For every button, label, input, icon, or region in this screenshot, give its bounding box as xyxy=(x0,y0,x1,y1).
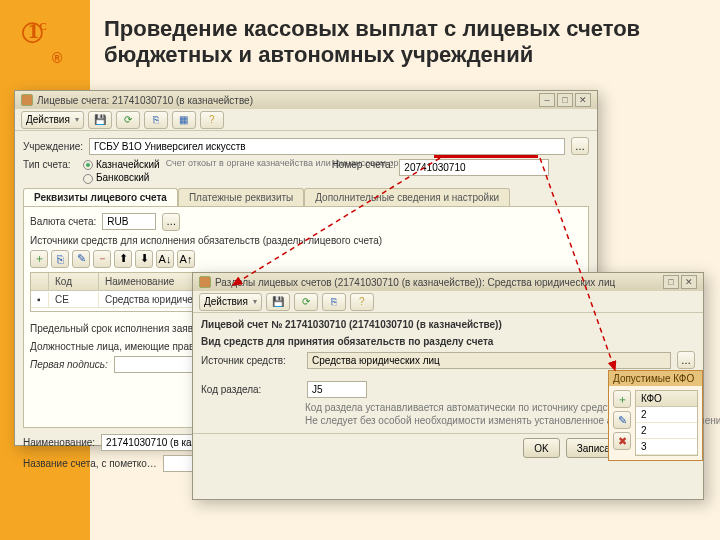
window-account-titlebar: Лицевые счета: 21741030710 (в казначейст… xyxy=(15,91,597,109)
section-code-label: Код раздела: xyxy=(201,384,301,395)
grid-edit-button[interactable]: ✎ xyxy=(72,250,90,268)
copy-icon[interactable]: ⎘ xyxy=(144,111,168,129)
window-title-text: Лицевые счета: 21741030710 (в казначейст… xyxy=(37,95,253,106)
close-button[interactable]: ✕ xyxy=(681,275,697,289)
window-icon xyxy=(21,94,33,106)
pick-currency-button[interactable]: … xyxy=(162,213,180,231)
grid-copy-button[interactable]: ⎘ xyxy=(51,250,69,268)
save-icon[interactable]: 💾 xyxy=(88,111,112,129)
help-icon[interactable]: ? xyxy=(200,111,224,129)
refresh-icon[interactable]: ⟳ xyxy=(116,111,140,129)
window-section-titlebar: Разделы лицевых счетов (21741030710 (в к… xyxy=(193,273,703,291)
grid-down-button[interactable]: ⬇ xyxy=(135,250,153,268)
tab-extra[interactable]: Дополнительные сведения и настройки xyxy=(304,188,510,206)
account-no-label: Номер счета: xyxy=(332,159,394,170)
sign1-label: Первая подпись: xyxy=(30,359,108,370)
tab-requisites[interactable]: Реквизиты лицевого счета xyxy=(23,188,178,206)
currency-field[interactable]: RUB xyxy=(102,213,156,230)
currency-label: Валюта счета: xyxy=(30,216,96,227)
grid-up-button[interactable]: ⬆ xyxy=(114,250,132,268)
cell-code: СЕ xyxy=(49,292,99,308)
maximize-button[interactable]: □ xyxy=(663,275,679,289)
sources-heading: Источники средств для исполнения обязате… xyxy=(30,235,582,246)
src-field[interactable]: Средства юридических лиц xyxy=(307,352,671,369)
kfo-add-button[interactable]: ＋ xyxy=(613,390,631,408)
kfo-edit-button[interactable]: ✎ xyxy=(613,411,631,429)
account-name2-label: Название счета, с пометко… xyxy=(23,458,157,469)
kfo-panel: Допустимые КФО ＋ ✎ ✖ КФО 2 2 3 xyxy=(608,370,703,461)
help-icon[interactable]: ? xyxy=(350,293,374,311)
window-section-title-text: Разделы лицевых счетов (21741030710 (в к… xyxy=(215,277,615,288)
pick-institution-button[interactable]: … xyxy=(571,137,589,155)
page-title: Проведение кассовых выплат с лицевых сче… xyxy=(104,16,694,68)
close-button[interactable]: ✕ xyxy=(575,93,591,107)
account-type-label: Тип счета: xyxy=(23,159,77,170)
list-item[interactable]: 2 xyxy=(636,423,697,439)
window-icon xyxy=(199,276,211,288)
grid-col-code[interactable]: Код xyxy=(49,273,99,290)
minimize-button[interactable]: – xyxy=(539,93,555,107)
toolbar: Действия 💾 ⟳ ⎘ ▦ ? xyxy=(15,109,597,131)
actions-menu[interactable]: Действия xyxy=(199,293,262,311)
highlight-account-number xyxy=(434,155,538,158)
kfo-del-button[interactable]: ✖ xyxy=(613,432,631,450)
list-item[interactable]: 2 xyxy=(636,407,697,423)
refresh-icon[interactable]: ⟳ xyxy=(294,293,318,311)
section-note2: Не следует без особой необходимости изме… xyxy=(305,415,605,428)
radio-bank[interactable]: Банковский xyxy=(83,172,160,183)
grid-add-button[interactable]: ＋ xyxy=(30,250,48,268)
account-name-label: Наименование: xyxy=(23,437,95,448)
kfo-grid: КФО 2 2 3 xyxy=(635,390,698,456)
grid-sort-button[interactable]: A↓ xyxy=(156,250,174,268)
grid-sort2-button[interactable]: A↑ xyxy=(177,250,195,268)
copy-icon[interactable]: ⎘ xyxy=(322,293,346,311)
tab-payment[interactable]: Платежные реквизиты xyxy=(178,188,304,206)
type-funds-heading: Вид средств для принятия обязательств по… xyxy=(201,336,695,347)
section-code-field[interactable]: J5 xyxy=(307,381,367,398)
nav-icon[interactable]: ▦ xyxy=(172,111,196,129)
kfo-title: Допустимые КФО xyxy=(609,371,702,386)
actions-menu[interactable]: Действия xyxy=(21,111,84,129)
src-label: Источник средств: xyxy=(201,355,301,366)
pick-src-button[interactable]: … xyxy=(677,351,695,369)
list-item[interactable]: 3 xyxy=(636,439,697,455)
save-icon[interactable]: 💾 xyxy=(266,293,290,311)
section-heading: Лицевой счет № 21741030710 (21741030710 … xyxy=(201,319,695,330)
account-type-note: Счет откоыт в органе казначейства или фи… xyxy=(166,159,326,169)
ok-button[interactable]: OK xyxy=(523,438,559,458)
grid-del-button[interactable]: － xyxy=(93,250,111,268)
kfo-col[interactable]: КФО xyxy=(636,391,697,407)
maximize-button[interactable]: □ xyxy=(557,93,573,107)
institution-field[interactable]: ГСБУ В1О Универсигел искусств xyxy=(89,138,565,155)
account-no-field[interactable]: 20741030710 xyxy=(399,159,549,176)
section-note1: Код раздела устанавливается автоматическ… xyxy=(305,402,605,415)
institution-label: Учреждение: xyxy=(23,141,83,152)
radio-treasury[interactable]: Казначейский xyxy=(83,159,160,170)
